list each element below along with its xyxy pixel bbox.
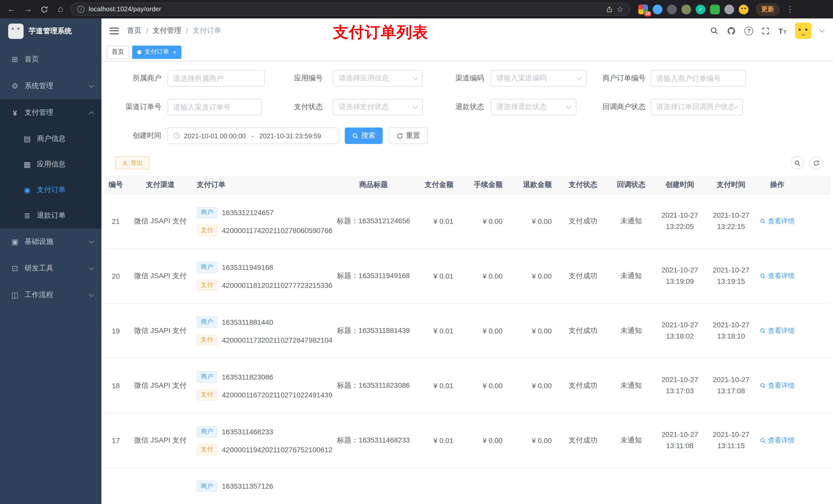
view-detail-link[interactable]: 查看详情 bbox=[756, 217, 799, 226]
cell-order: 商户1635311357126 bbox=[194, 468, 327, 492]
create-time-range-picker[interactable]: 2021-10-01 00:00:00 - 2021-10-31 23:59:5… bbox=[168, 127, 339, 144]
sidebar-item-pay-order[interactable]: 支付订单 bbox=[0, 177, 101, 203]
sidebar-item-system[interactable]: 系统管理 bbox=[0, 73, 101, 99]
filter-merchant: 所属商户 bbox=[115, 70, 265, 87]
logo-title: 芋道管理系统 bbox=[29, 27, 72, 36]
extension-drop-icon[interactable] bbox=[653, 4, 662, 14]
merchant-order-no-input[interactable] bbox=[651, 70, 746, 87]
clock-icon bbox=[173, 132, 180, 139]
browser-menu-button[interactable] bbox=[784, 3, 796, 15]
chevron-down-icon bbox=[89, 265, 94, 270]
url-text: localhost:1024/pay/order bbox=[89, 6, 161, 13]
circle-dot-icon bbox=[23, 186, 32, 195]
search-icon bbox=[760, 328, 766, 334]
range-separator: - bbox=[249, 132, 256, 140]
cell-pay-time: 2021-10-2713:22:15 bbox=[707, 210, 756, 233]
close-icon[interactable] bbox=[173, 49, 176, 55]
pay-status-placeholder: 请选择支付状态 bbox=[339, 102, 389, 112]
tags-view-bar: 首页 支付订单 bbox=[101, 43, 833, 62]
view-detail-link[interactable]: 查看详情 bbox=[756, 326, 799, 335]
help-button[interactable] bbox=[745, 26, 753, 35]
cell-fee: ¥ 0.00 bbox=[458, 382, 508, 390]
cell-status: 支付成功 bbox=[557, 436, 609, 445]
refresh-table-button[interactable] bbox=[809, 156, 823, 170]
sidebar-item-pay[interactable]: 支付管理 bbox=[0, 99, 101, 126]
view-detail-link[interactable]: 查看详情 bbox=[756, 271, 799, 281]
notify-status-select[interactable]: 请选择订单回调商户状态 bbox=[651, 99, 743, 115]
range-end-value: 2021-10-31 23:59:59 bbox=[259, 132, 321, 140]
home-button[interactable] bbox=[54, 3, 67, 15]
refund-status-select[interactable]: 请选择退款状态 bbox=[491, 99, 576, 115]
github-icon bbox=[727, 26, 736, 35]
forward-button[interactable] bbox=[22, 3, 34, 15]
github-button[interactable] bbox=[727, 26, 736, 35]
address-bar[interactable]: localhost:1024/pay/order bbox=[71, 3, 630, 16]
share-icon[interactable] bbox=[606, 6, 613, 13]
document-icon bbox=[23, 211, 32, 220]
extension-dark-icon[interactable] bbox=[667, 4, 677, 14]
reset-button[interactable]: 重置 bbox=[389, 127, 428, 144]
app-select[interactable]: 请选择应用信息 bbox=[333, 70, 423, 87]
browser-update-button[interactable]: 更新 bbox=[756, 3, 780, 16]
cell-notify: 未通知 bbox=[609, 326, 653, 335]
site-info-icon[interactable] bbox=[77, 6, 85, 13]
breadcrumb-item-pay[interactable]: 支付管理 bbox=[153, 26, 181, 35]
sidebar-item-refund-order[interactable]: 退款订单 bbox=[0, 203, 101, 229]
sidebar-item-merchant-info[interactable]: 商户信息 bbox=[0, 126, 101, 152]
filter-notify-status: 回调商户状态 请选择订单回调商户状态 bbox=[576, 99, 743, 115]
pay-order-no: 4200001174202110278060590766 bbox=[222, 226, 332, 234]
extension-grid-icon[interactable]: 10 bbox=[638, 4, 648, 14]
table-toolbar: 导出 bbox=[115, 156, 823, 170]
extension-badge: 10 bbox=[644, 11, 651, 16]
monitor-icon bbox=[10, 237, 20, 246]
extension-face-icon[interactable] bbox=[739, 4, 748, 14]
sidebar-toggle-icon[interactable] bbox=[110, 27, 119, 34]
fullscreen-button[interactable] bbox=[762, 27, 770, 34]
grid-icon bbox=[23, 160, 32, 169]
channel-code-select[interactable]: 请输入渠道编码 bbox=[491, 70, 587, 87]
sidebar-item-label: 工作流程 bbox=[25, 290, 53, 299]
sidebar-item-workflow[interactable]: 工作流程 bbox=[0, 282, 101, 308]
card-icon bbox=[23, 134, 32, 143]
refresh-icon bbox=[813, 160, 819, 166]
toggle-search-button[interactable] bbox=[790, 156, 804, 170]
sidebar-item-infrastructure[interactable]: 基础设施 bbox=[0, 229, 101, 255]
logo-avatar bbox=[8, 24, 24, 39]
tab-pay-order[interactable]: 支付订单 bbox=[132, 45, 181, 58]
pay-status-select[interactable]: 请选择支付状态 bbox=[333, 99, 423, 115]
search-button[interactable] bbox=[710, 27, 718, 35]
extension-check-icon[interactable] bbox=[696, 4, 706, 14]
back-button[interactable] bbox=[5, 3, 18, 15]
search-submit-button[interactable]: 搜索 bbox=[345, 127, 383, 144]
fullscreen-icon bbox=[762, 27, 770, 34]
breadcrumb-item-home[interactable]: 首页 bbox=[127, 26, 141, 35]
bookmark-star-icon[interactable] bbox=[617, 5, 623, 14]
col-pay-time: 支付时间 bbox=[707, 180, 756, 189]
sidebar-item-dev-tools[interactable]: 研发工具 bbox=[0, 255, 101, 282]
user-avatar[interactable] bbox=[795, 23, 811, 39]
chevron-down-icon[interactable] bbox=[819, 27, 825, 32]
col-notify: 回调状态 bbox=[609, 180, 653, 189]
cell-title: 标题：1635311949168 bbox=[327, 271, 420, 281]
download-icon bbox=[122, 160, 128, 166]
orders-table: 编号 支付渠道 支付订单 商品标题 支付金额 手续金额 退款金额 支付状态 回调… bbox=[104, 176, 830, 504]
merchant-input[interactable] bbox=[168, 70, 265, 87]
export-button[interactable]: 导出 bbox=[115, 156, 149, 170]
extensions-pin-icon[interactable] bbox=[724, 4, 734, 14]
view-detail-link[interactable]: 查看详情 bbox=[756, 381, 799, 390]
extension-olive-icon[interactable] bbox=[681, 4, 691, 14]
export-button-label: 导出 bbox=[130, 159, 143, 167]
channel-order-no-input[interactable] bbox=[168, 99, 262, 115]
notify-status-placeholder: 请选择订单回调商户状态 bbox=[656, 102, 734, 112]
reload-button[interactable] bbox=[38, 3, 50, 15]
extension-green-icon[interactable] bbox=[710, 4, 720, 14]
sidebar-item-label: 首页 bbox=[25, 55, 39, 64]
merchant-tag: 商户 bbox=[197, 480, 217, 492]
sidebar-item-app-info[interactable]: 应用信息 bbox=[0, 152, 101, 177]
sidebar-item-label: 基础设施 bbox=[25, 237, 53, 246]
sidebar-item-home[interactable]: 首页 bbox=[0, 46, 101, 73]
tab-home[interactable]: 首页 bbox=[106, 45, 129, 58]
font-size-button[interactable] bbox=[779, 26, 786, 35]
view-detail-link[interactable]: 查看详情 bbox=[756, 436, 799, 445]
cell-pay-time: 2021-10-2713:19:15 bbox=[707, 265, 756, 287]
